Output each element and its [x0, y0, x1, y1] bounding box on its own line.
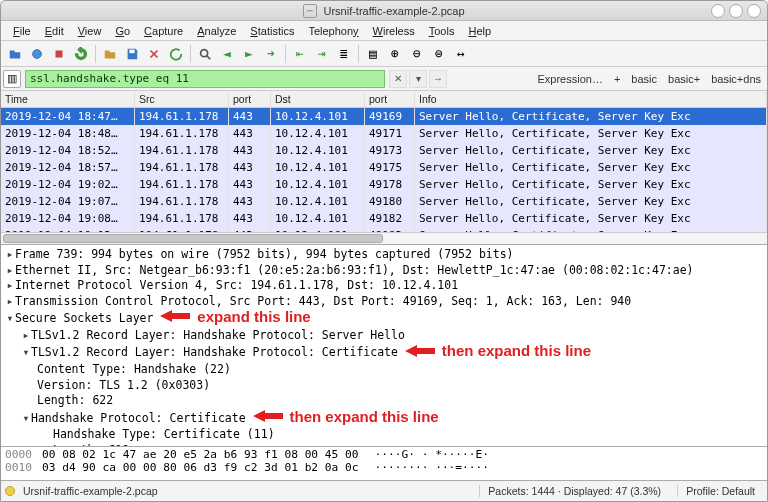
go-back-icon[interactable]: ◄ — [217, 44, 237, 64]
status-packet-count: Packets: 1444 · Displayed: 47 (3.3%) — [479, 485, 669, 497]
display-filter-bar: ▥ ssl.handshake.type eq 11 ✕ ▾ → Express… — [1, 67, 767, 91]
hex-offset: 0010 — [5, 461, 32, 474]
packet-list-hscrollbar[interactable] — [1, 232, 767, 244]
menu-statistics[interactable]: Statistics — [244, 23, 300, 39]
filter-dropdown-icon[interactable]: ▾ — [409, 70, 427, 88]
go-to-icon[interactable]: ➜ — [261, 44, 281, 64]
detail-ssl[interactable]: Secure Sockets Layer — [15, 311, 153, 325]
expand-toggle-icon[interactable]: ▸ — [5, 247, 15, 263]
table-row[interactable]: 2019-12-04 19:07…194.61.1.17844310.12.4.… — [1, 193, 767, 210]
svg-point-3 — [201, 49, 208, 56]
column-header-src[interactable]: Src — [135, 91, 229, 107]
statusbar: Ursnif-traffic-example-2.pcap Packets: 1… — [1, 481, 767, 501]
open-icon[interactable] — [100, 44, 120, 64]
restart-capture-icon[interactable] — [71, 44, 91, 64]
autoscroll-icon[interactable]: ≣ — [334, 44, 354, 64]
filter-apply-icon[interactable]: → — [429, 70, 447, 88]
column-header-time[interactable]: Time — [1, 91, 135, 107]
annotation-arrow-icon — [160, 309, 190, 328]
detail-tls-cert[interactable]: TLSv1.2 Record Layer: Handshake Protocol… — [31, 345, 398, 359]
packet-bytes-pane[interactable]: 0000 0010 00 08 02 1c 47 ae 20 e5 2a b6 … — [1, 447, 767, 481]
svg-marker-6 — [253, 410, 283, 422]
detail-length[interactable]: Length: 622 — [37, 393, 113, 407]
svg-marker-5 — [405, 345, 435, 357]
table-row[interactable]: 2019-12-04 18:57…194.61.1.17844310.12.4.… — [1, 159, 767, 176]
hex-offset: 0000 — [5, 448, 32, 461]
window-maximize-button[interactable] — [729, 4, 743, 18]
column-header-info[interactable]: Info — [415, 91, 767, 107]
column-header-dport[interactable]: port — [365, 91, 415, 107]
filter-bookmark-icon[interactable]: ▥ — [3, 70, 21, 88]
table-row[interactable]: 2019-12-04 19:02…194.61.1.17844310.12.4.… — [1, 176, 767, 193]
expand-toggle-icon[interactable]: ▸ — [5, 278, 15, 294]
table-row[interactable]: 2019-12-04 18:47…194.61.1.17844310.12.4.… — [1, 108, 767, 125]
svg-rect-2 — [129, 49, 134, 53]
detail-tcp[interactable]: Transmission Control Protocol, Src Port:… — [15, 294, 631, 308]
detail-frame[interactable]: Frame 739: 994 bytes on wire (7952 bits)… — [15, 247, 514, 261]
menu-edit[interactable]: Edit — [39, 23, 70, 39]
colorize-icon[interactable]: ▤ — [363, 44, 383, 64]
detail-ip[interactable]: Internet Protocol Version 4, Src: 194.61… — [15, 278, 458, 292]
menu-help[interactable]: Help — [462, 23, 497, 39]
menu-capture[interactable]: Capture — [138, 23, 189, 39]
detail-version[interactable]: Version: TLS 1.2 (0x0303) — [37, 378, 210, 392]
table-row[interactable]: 2019-12-04 19:08…194.61.1.17844310.12.4.… — [1, 210, 767, 227]
hex-bytes-row: 00 08 02 1c 47 ae 20 e5 2a b6 93 f1 08 0… — [42, 448, 359, 461]
expand-toggle-icon[interactable]: ▸ — [5, 294, 15, 310]
menu-go[interactable]: Go — [109, 23, 136, 39]
filter-preset-basic-plus[interactable]: basic+ — [664, 73, 704, 85]
expand-toggle-icon[interactable]: ▾ — [21, 345, 31, 361]
detail-ethernet[interactable]: Ethernet II, Src: Netgear_b6:93:f1 (20:e… — [15, 263, 694, 277]
display-filter-input[interactable]: ssl.handshake.type eq 11 — [25, 70, 385, 88]
window-titlebar: ⎓ Ursnif-traffic-example-2.pcap — [1, 1, 767, 21]
resize-columns-icon[interactable]: ↔ — [451, 44, 471, 64]
save-icon[interactable] — [122, 44, 142, 64]
go-forward-icon[interactable]: ► — [239, 44, 259, 64]
filter-preset-basic[interactable]: basic — [627, 73, 661, 85]
app-icon: ⎓ — [303, 4, 317, 18]
status-file: Ursnif-traffic-example-2.pcap — [23, 485, 158, 497]
zoom-in-icon[interactable]: ⊕ — [385, 44, 405, 64]
menu-file[interactable]: File — [7, 23, 37, 39]
window-minimize-button[interactable] — [711, 4, 725, 18]
table-row[interactable]: 2019-12-04 18:52…194.61.1.17844310.12.4.… — [1, 142, 767, 159]
reload-icon[interactable] — [166, 44, 186, 64]
table-row[interactable]: 2019-12-04 18:48…194.61.1.17844310.12.4.… — [1, 125, 767, 142]
detail-hs-type[interactable]: Handshake Type: Certificate (11) — [53, 427, 275, 441]
expert-info-icon[interactable] — [5, 486, 15, 496]
menu-tools[interactable]: Tools — [423, 23, 461, 39]
window-title: Ursnif-traffic-example-2.pcap — [323, 5, 464, 17]
status-profile[interactable]: Profile: Default — [677, 485, 763, 497]
expand-toggle-icon[interactable]: ▸ — [21, 328, 31, 344]
filter-expression-button[interactable]: Expression… — [534, 73, 607, 85]
filter-add-button[interactable]: + — [610, 73, 624, 85]
menubar: File Edit View Go Capture Analyze Statis… — [1, 21, 767, 41]
detail-handshake-cert[interactable]: Handshake Protocol: Certificate — [31, 411, 246, 425]
open-file-icon[interactable] — [5, 44, 25, 64]
detail-content-type[interactable]: Content Type: Handshake (22) — [37, 362, 231, 376]
column-header-sport[interactable]: port — [229, 91, 271, 107]
close-file-icon[interactable] — [144, 44, 164, 64]
detail-tls-hello[interactable]: TLSv1.2 Record Layer: Handshake Protocol… — [31, 328, 405, 342]
window-close-button[interactable] — [747, 4, 761, 18]
expand-toggle-icon[interactable]: ▸ — [5, 263, 15, 279]
svg-point-0 — [33, 49, 42, 58]
column-header-dst[interactable]: Dst — [271, 91, 365, 107]
go-first-icon[interactable]: ⇤ — [290, 44, 310, 64]
packet-list-header: Time Src port Dst port Info — [1, 91, 767, 108]
zoom-reset-icon[interactable]: ⊜ — [429, 44, 449, 64]
go-last-icon[interactable]: ⇥ — [312, 44, 332, 64]
expand-toggle-icon[interactable]: ▾ — [5, 311, 15, 327]
filter-clear-icon[interactable]: ✕ — [389, 70, 407, 88]
find-icon[interactable] — [195, 44, 215, 64]
menu-wireless[interactable]: Wireless — [367, 23, 421, 39]
menu-analyze[interactable]: Analyze — [191, 23, 242, 39]
menu-view[interactable]: View — [72, 23, 108, 39]
menu-telephony[interactable]: Telephony — [302, 23, 364, 39]
filter-preset-basic-dns[interactable]: basic+dns — [707, 73, 765, 85]
stop-capture-icon[interactable] — [49, 44, 69, 64]
svg-rect-1 — [56, 50, 63, 57]
expand-toggle-icon[interactable]: ▾ — [21, 411, 31, 427]
zoom-out-icon[interactable]: ⊖ — [407, 44, 427, 64]
start-capture-icon[interactable] — [27, 44, 47, 64]
